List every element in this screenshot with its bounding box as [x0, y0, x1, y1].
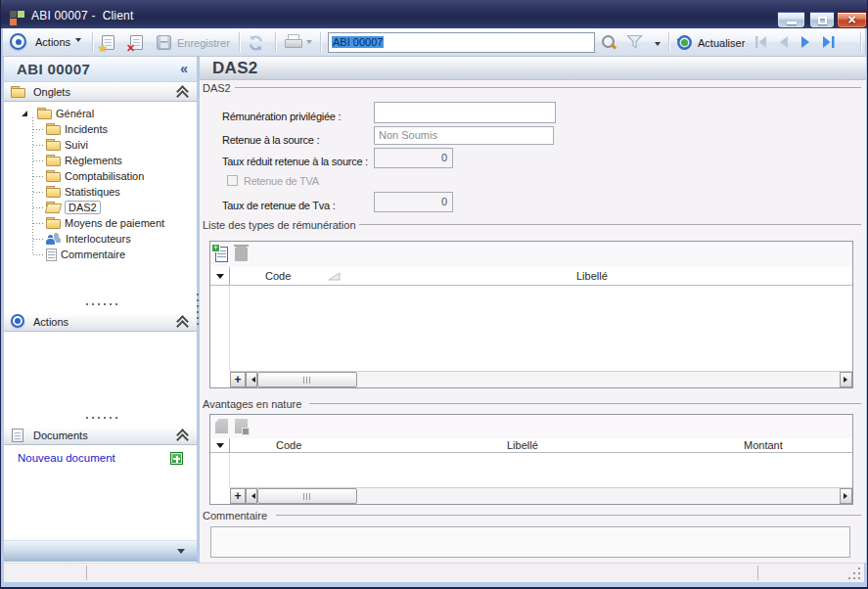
column-header-libelle[interactable]: Libellé: [576, 270, 608, 282]
grid-delete-button[interactable]: [235, 247, 248, 261]
folder-icon: [46, 155, 61, 166]
grid-add-button[interactable]: +: [215, 247, 228, 262]
new-record-button[interactable]: ★: [102, 35, 114, 50]
retenue-tva-checkbox[interactable]: [227, 175, 238, 186]
grid-add-row-button[interactable]: +: [230, 488, 246, 504]
scroll-right-button[interactable]: [840, 372, 852, 387]
group-das2-label: DAS2: [203, 82, 231, 94]
tree-item-label: Suivi: [65, 139, 88, 151]
nav-next-button[interactable]: [799, 36, 811, 48]
grid-modify-button[interactable]: [235, 419, 248, 433]
tree-item-label: Commentaire: [61, 249, 125, 260]
folder-icon: [46, 217, 61, 229]
tree-item-commentaire[interactable]: Commentaire: [46, 247, 125, 262]
column-header-libelle[interactable]: Libellé: [507, 439, 538, 451]
tree-item-reglements[interactable]: Règlements: [46, 153, 122, 168]
search-icon[interactable]: [600, 33, 617, 50]
remuneration-grid-toolbar: +: [210, 242, 852, 267]
new-star-icon: ★: [98, 42, 108, 55]
record-search-input[interactable]: ABI 00007: [328, 32, 595, 53]
scroll-track[interactable]: [357, 488, 840, 504]
sidebar-record-header: ABI 00007 «: [4, 57, 197, 82]
documents-collapse-icon[interactable]: [177, 430, 188, 441]
actions-caret-icon: [75, 38, 81, 45]
delete-record-button[interactable]: ✕: [130, 35, 143, 50]
nav-first-button[interactable]: [754, 36, 768, 48]
actions-panel-header[interactable]: Actions: [4, 313, 197, 332]
tree-item-moyens-de-paiement[interactable]: Moyens de paiement: [46, 215, 164, 231]
column-header-montant[interactable]: Montant: [744, 439, 783, 451]
panel-splitter-handle[interactable]: [86, 303, 121, 305]
close-icon: ×: [838, 13, 866, 26]
retenue-source-input[interactable]: Non Soumis: [374, 126, 554, 145]
people-icon: [46, 233, 62, 246]
scroll-track[interactable]: [357, 372, 840, 387]
onglets-panel-header[interactable]: Onglets: [4, 83, 197, 102]
taux-reduit-label: Taux réduit retenue à la source :: [222, 156, 368, 167]
grid-add-row-button[interactable]: +: [230, 372, 246, 387]
sidebar-splitter-handle[interactable]: [197, 294, 199, 327]
note-icon: [46, 249, 57, 261]
filter-dropdown-caret[interactable]: [655, 42, 661, 49]
taux-tva-input[interactable]: 0: [374, 192, 453, 212]
folder-icon: [46, 139, 61, 151]
comment-textarea[interactable]: [210, 526, 850, 558]
record-input-value: ABI 00007: [332, 36, 384, 48]
avantages-grid: Code Libellé Montant +: [209, 414, 853, 505]
scroll-right-button[interactable]: [840, 488, 852, 504]
grid-edit-button[interactable]: [215, 419, 228, 433]
documents-panel-icon: [12, 429, 23, 442]
scroll-thumb[interactable]: [257, 372, 357, 387]
minimize-button[interactable]: [777, 12, 805, 28]
status-bar: [4, 563, 864, 582]
avantages-grid-toolbar: [210, 415, 852, 438]
sidebar-scroll-down-bar[interactable]: [4, 540, 197, 562]
tree-expand-icon[interactable]: [22, 111, 27, 116]
actions-collapse-icon[interactable]: [177, 317, 188, 328]
panel-splitter-handle[interactable]: [86, 417, 121, 419]
column-header-code[interactable]: Code: [265, 270, 291, 282]
grid-gutter[interactable]: [210, 267, 230, 285]
documents-panel-header[interactable]: Documents: [4, 427, 197, 445]
scroll-left-button[interactable]: [246, 372, 257, 387]
refresh-button[interactable]: [248, 35, 264, 51]
taux-reduit-input[interactable]: 0: [374, 148, 453, 168]
actions-icon[interactable]: [10, 33, 26, 50]
tree-item-statistiques[interactable]: Statistiques: [46, 184, 120, 200]
sidebar-collapse-button[interactable]: «: [180, 61, 188, 76]
save-icon: [157, 35, 171, 50]
print-button[interactable]: [285, 36, 300, 50]
new-document-link[interactable]: Nouveau document: [18, 452, 115, 464]
print-dropdown-caret[interactable]: [306, 40, 312, 47]
resize-grip[interactable]: [848, 567, 860, 579]
nav-previous-button[interactable]: [778, 36, 790, 48]
scroll-thumb[interactable]: [257, 488, 357, 504]
onglets-collapse-icon[interactable]: [177, 87, 188, 98]
remuneration-input[interactable]: [374, 102, 556, 123]
close-button[interactable]: ×: [837, 12, 867, 28]
tree-item-suivi[interactable]: Suivi: [46, 137, 88, 153]
tree-item-label: Interlocuteurs: [66, 233, 131, 245]
tree-item-interlocuteurs[interactable]: Interlocuteurs: [46, 231, 131, 247]
tree-item-das2[interactable]: DAS2: [46, 200, 101, 215]
app-icon: [10, 11, 25, 26]
save-label: Enregistrer: [177, 37, 230, 49]
tree-item-label: Statistiques: [65, 186, 120, 198]
maximize-button[interactable]: [809, 12, 835, 28]
scroll-left-button[interactable]: [246, 488, 257, 504]
actions-menu-button[interactable]: Actions: [35, 36, 81, 48]
new-document-add-button[interactable]: [170, 452, 183, 465]
folder-icon: [37, 108, 52, 119]
taux-tva-label: Taux de retenue de Tva :: [222, 200, 336, 211]
column-header-code[interactable]: Code: [276, 439, 301, 451]
save-button[interactable]: Enregistrer: [157, 35, 230, 50]
group-commentaire-label: Commentaire: [203, 510, 267, 521]
delete-x-icon: ✕: [126, 42, 135, 55]
nav-last-button[interactable]: [822, 36, 836, 48]
grid-gutter[interactable]: [210, 438, 230, 452]
actualiser-button[interactable]: [676, 34, 693, 51]
row-selector-icon: [216, 274, 224, 283]
tree-item-comptabilisation[interactable]: Comptabilisation: [46, 168, 144, 184]
tree-item-incidents[interactable]: Incidents: [46, 121, 108, 137]
filter-icon[interactable]: [626, 34, 643, 49]
